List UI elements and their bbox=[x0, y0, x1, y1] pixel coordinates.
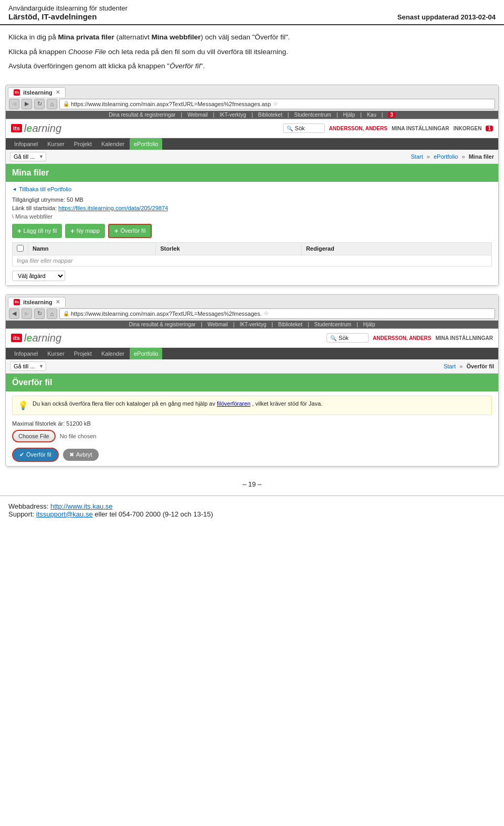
forward-btn-1[interactable]: ▶ bbox=[22, 99, 32, 109]
nav-projekt-1[interactable]: Projekt bbox=[70, 138, 96, 150]
goto-wrapper-2: Gå till ... ▼ bbox=[10, 362, 46, 371]
add-file-btn-1[interactable]: + Lägg till ny fil bbox=[12, 224, 62, 238]
utility-link2-registreringar[interactable]: Dina resultat & registreringar bbox=[129, 322, 195, 327]
inbox-badge-1: 1 bbox=[486, 126, 493, 131]
nav-kalender-1[interactable]: Kalender bbox=[97, 138, 129, 150]
refresh-btn-1[interactable]: ↻ bbox=[34, 99, 45, 109]
doc-title-line2: Lärstöd, IT-avdelningen bbox=[8, 12, 128, 21]
nav-kalender-2[interactable]: Kalender bbox=[97, 348, 129, 359]
utility-link2-biblioteket[interactable]: Biblioteket bbox=[278, 322, 302, 327]
home-btn-2[interactable]: ⌂ bbox=[47, 308, 57, 319]
lock-icon-1: 🔒 bbox=[63, 101, 69, 107]
lock-icon-2: 🔒 bbox=[63, 311, 69, 316]
refresh-btn-2[interactable]: ↻ bbox=[34, 308, 45, 319]
nav-infopanel-1[interactable]: Infopanel bbox=[10, 138, 42, 150]
action-buttons-1: + Lägg till ny fil + Ny mapp + Överför f… bbox=[12, 224, 492, 238]
startsida-link-1[interactable]: https://files.itslearning.com/data/205/2… bbox=[58, 205, 168, 211]
nav-projekt-2[interactable]: Projekt bbox=[70, 348, 96, 359]
footer-website: Webbadress: http://www.its.kau.se bbox=[8, 502, 496, 510]
utility-link-ikt[interactable]: IKT-verktyg bbox=[219, 112, 246, 118]
home-btn-1[interactable]: ⌂ bbox=[47, 99, 57, 109]
para3: Avsluta överföringen genom att klicka på… bbox=[8, 60, 496, 72]
header-instaellningar-1[interactable]: MINA INSTÄLLNINGAR bbox=[392, 126, 449, 131]
doc-header-left: Användarguide itslearning för studenter … bbox=[8, 4, 128, 21]
utility-link-biblioteket[interactable]: Biblioteket bbox=[258, 112, 282, 118]
address-url-2: https://www.itslearning.com/main.aspx?Te… bbox=[71, 311, 261, 317]
utility-link2-ikt[interactable]: IKT-verktyg bbox=[240, 322, 267, 327]
search-icon-1: 🔍 bbox=[287, 126, 293, 131]
nav-kurser-2[interactable]: Kurser bbox=[43, 348, 68, 359]
support-email-link[interactable]: itssupport@kau.se bbox=[36, 510, 93, 518]
goto-select-1[interactable]: Gå till ... bbox=[10, 152, 46, 161]
back-btn-1[interactable]: ◀ bbox=[9, 99, 19, 109]
breadcrumb-eportfolio-1[interactable]: ePortfolio bbox=[434, 153, 458, 160]
content-area-2: 💡 Du kan också överföra flera filer och … bbox=[6, 391, 498, 466]
content-area-1: Tillbaka till ePortfolio Tillgängligt ut… bbox=[6, 182, 498, 285]
nav-eportfolio-1[interactable]: ePortfolio bbox=[130, 138, 162, 150]
doc-title-line1: Användarguide itslearning för studenter bbox=[8, 4, 128, 12]
new-folder-btn-1[interactable]: + Ny mapp bbox=[65, 224, 105, 238]
tab-close-1[interactable]: ✕ bbox=[56, 89, 60, 95]
choose-file-btn-2[interactable]: Choose File bbox=[12, 430, 56, 442]
user-name-2: ANDERSSON, ANDERS bbox=[373, 335, 431, 341]
website-link[interactable]: http://www.its.kau.se bbox=[50, 502, 113, 510]
forward-btn-2[interactable]: ▶ bbox=[22, 308, 32, 319]
address-bar-1[interactable]: 🔒 https://www.itslearning.com/main.aspx?… bbox=[59, 99, 495, 109]
nav-eportfolio-2[interactable]: ePortfolio bbox=[130, 348, 162, 359]
its-logo-text-1: learning bbox=[24, 122, 61, 135]
em-overforfil: Överför fil bbox=[170, 62, 201, 70]
filoverforaren-link[interactable]: filöverföraren bbox=[217, 400, 250, 407]
select-all-checkbox-1[interactable] bbox=[17, 245, 24, 252]
its-header-right-2: 🔍 Sök ANDERSSON, ANDERS MINA INSTÄLLNING… bbox=[327, 333, 493, 343]
empty-text-1: Inga filer eller mappar bbox=[13, 255, 492, 266]
utility-link-studentcentrum[interactable]: Studentcentrum bbox=[294, 112, 331, 118]
para1: Klicka in dig på Mina privata filer (alt… bbox=[8, 32, 496, 43]
its-header-2: its learning 🔍 Sök ANDERSSON, ANDERS MIN… bbox=[6, 329, 498, 348]
utility-link-registreringar[interactable]: Dina resultat & registreringar bbox=[109, 112, 175, 118]
utility-link2-hjalp[interactable]: Hjälp bbox=[363, 322, 375, 327]
utility-link-hjalp[interactable]: Hjälp bbox=[343, 112, 355, 118]
its-header-right-1: 🔍 Sök ANDERSSON, ANDERS MINA INSTÄLLNING… bbox=[283, 123, 493, 133]
utility-link-kau[interactable]: Kau bbox=[367, 112, 376, 118]
back-btn-2[interactable]: ◀ bbox=[9, 308, 19, 319]
bold-mina-privata: Mina privata filer bbox=[58, 33, 114, 41]
goto-bar-1: Gå till ... ▼ Start » ePortfolio » Mina … bbox=[6, 150, 498, 164]
doc-footer: Webbadress: http://www.its.kau.se Suppor… bbox=[0, 498, 504, 522]
header-inkorgen-1[interactable]: INKORGEN bbox=[454, 126, 482, 131]
search-placeholder-2: Sök bbox=[339, 335, 349, 341]
browser-tab-2[interactable]: its itslearning ✕ bbox=[8, 297, 66, 307]
header-instaellningar-2[interactable]: MINA INSTÄLLNINGAR bbox=[435, 335, 493, 341]
doc-header: Användarguide itslearning för studenter … bbox=[0, 0, 504, 25]
page-title-2: Överför fil bbox=[6, 374, 498, 391]
goto-select-2[interactable]: Gå till ... bbox=[10, 362, 46, 371]
breadcrumb-start-1[interactable]: Start bbox=[411, 153, 423, 160]
search-box-2[interactable]: 🔍 Sök bbox=[327, 333, 369, 343]
star-icon-2[interactable]: ☆ bbox=[264, 310, 269, 317]
browser-tab-1[interactable]: its itslearning ✕ bbox=[8, 87, 66, 97]
breadcrumb-start-2[interactable]: Start bbox=[444, 363, 456, 369]
utility-link2-studentcentrum[interactable]: Studentcentrum bbox=[314, 322, 352, 327]
address-bar-2[interactable]: 🔒 https://www.itslearning.com/main.aspx?… bbox=[59, 308, 495, 319]
browser-chrome-1: its itslearning ✕ ◀ ▶ ↻ ⌂ 🔒 https://www.… bbox=[6, 85, 498, 119]
goto-bar-2: Gå till ... ▼ Start » Överför fil bbox=[6, 359, 498, 374]
breadcrumb-2: Start » Överför fil bbox=[444, 363, 494, 369]
utility-link-webmail[interactable]: Webmail bbox=[187, 112, 208, 118]
transfer-submit-btn-2[interactable]: ✔ Överför fil bbox=[12, 448, 59, 462]
action-select-1[interactable]: Välj åtgärd bbox=[12, 271, 65, 281]
transfer-btn-1[interactable]: + Överför fil bbox=[108, 224, 152, 238]
nav-infopanel-2[interactable]: Infopanel bbox=[10, 348, 42, 359]
tab-close-2[interactable]: ✕ bbox=[56, 299, 60, 305]
utility-link2-webmail[interactable]: Webmail bbox=[207, 322, 228, 327]
files-table-1: Namn Storlek Redigerad Inga filer eller … bbox=[12, 242, 492, 266]
nav-kurser-1[interactable]: Kurser bbox=[43, 138, 68, 150]
tab-bar-1: its itslearning ✕ bbox=[6, 85, 498, 97]
utility-bar-2: Dina resultat & registreringar | Webmail… bbox=[6, 321, 498, 328]
star-icon-1[interactable]: ☆ bbox=[273, 100, 278, 107]
tab-label-1: itslearning bbox=[23, 89, 52, 96]
back-link-1[interactable]: Tillbaka till ePortfolio bbox=[12, 186, 492, 192]
info-box-text-2: Du kan också överföra flera filer och ka… bbox=[33, 400, 322, 407]
its-logo-2: its learning bbox=[11, 332, 61, 344]
search-box-1[interactable]: 🔍 Sök bbox=[283, 123, 325, 133]
cancel-btn-2[interactable]: ✖ Avbryt bbox=[63, 449, 99, 461]
its-logo-box-2: its bbox=[11, 334, 22, 342]
